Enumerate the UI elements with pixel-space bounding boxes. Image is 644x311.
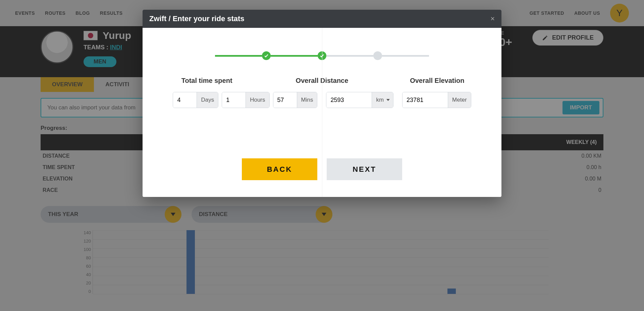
step-1-done-icon (262, 51, 271, 60)
elevation-unit: Meter (448, 92, 471, 108)
mins-input[interactable] (273, 92, 297, 108)
distance-unit-select[interactable]: km (372, 92, 393, 108)
ride-stats-modal: Zwift / Enter your ride stats × Total ti… (143, 10, 501, 197)
modal-header: Zwift / Enter your ride stats × (143, 10, 501, 28)
days-unit: Days (197, 92, 218, 108)
elevation-section-label: Overall Elevation (380, 77, 495, 85)
time-group: Days Hours Mins (173, 92, 317, 108)
days-input[interactable] (173, 92, 197, 108)
mins-unit: Mins (297, 92, 317, 108)
close-icon[interactable]: × (490, 14, 495, 23)
hours-unit: Hours (246, 92, 269, 108)
distance-group: km (326, 92, 393, 108)
hours-input[interactable] (222, 92, 246, 108)
back-button[interactable]: BACK (242, 158, 317, 180)
time-section-label: Total time spent (149, 77, 264, 85)
step-3-pending-icon (373, 51, 382, 60)
modal-title: Zwift / Enter your ride stats (149, 14, 245, 23)
modal-divider (322, 28, 322, 197)
next-button[interactable]: NEXT (327, 158, 402, 180)
distance-input[interactable] (326, 92, 372, 108)
elevation-group: Meter (402, 92, 471, 108)
elevation-input[interactable] (402, 92, 448, 108)
